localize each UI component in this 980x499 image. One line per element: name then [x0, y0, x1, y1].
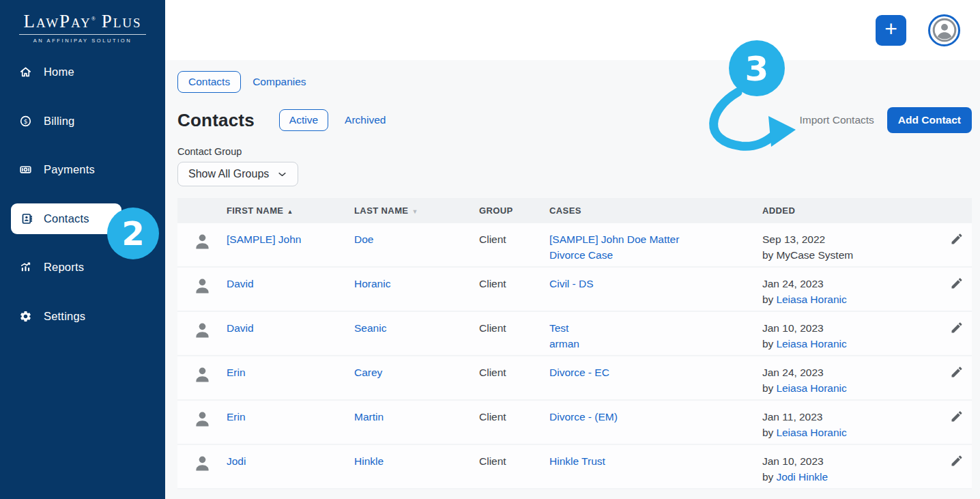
pencil-icon — [950, 410, 964, 423]
sidebar-item-label: Reports — [44, 261, 84, 274]
last-name-link[interactable]: Martin — [354, 409, 384, 425]
first-name-link[interactable]: [SAMPLE] John — [227, 231, 301, 247]
table-row: Erin Martin Client Divorce - (EM) Jan 11… — [177, 401, 972, 445]
case-link[interactable]: arman — [549, 336, 762, 352]
edit-contact-button[interactable] — [950, 321, 964, 337]
registered-mark: ® — [91, 16, 96, 22]
column-first-name[interactable]: FIRST NAME▲ — [227, 205, 354, 216]
last-name-link[interactable]: Seanic — [354, 320, 386, 336]
sort-asc-icon: ▲ — [287, 208, 293, 215]
added-by-link[interactable]: Leiasa Horanic — [776, 294, 846, 305]
added-by: byLeiasa Horanic — [762, 291, 942, 307]
column-label: LAST NAME — [354, 205, 408, 216]
edit-contact-button[interactable] — [950, 232, 964, 248]
case-link[interactable]: Divorce - EC — [549, 365, 762, 380]
added-date: Sep 13, 2022 — [762, 231, 942, 247]
pencil-icon — [950, 276, 964, 290]
added-by-link[interactable]: Leiasa Horanic — [776, 427, 846, 438]
first-name-link[interactable]: David — [227, 320, 254, 336]
table-row: [SAMPLE] John Doe Client [SAMPLE] John D… — [177, 223, 972, 268]
pencil-icon — [950, 321, 964, 334]
table-row: Jodi Hinkle Client Hinkle Trust Jan 10, … — [177, 445, 972, 489]
edit-contact-button[interactable] — [950, 365, 964, 381]
case-link[interactable]: Divorce - (EM) — [549, 409, 762, 425]
edit-contact-button[interactable] — [950, 454, 964, 470]
by-prefix: by — [762, 294, 773, 305]
plus-icon: + — [884, 15, 897, 42]
pencil-icon — [950, 232, 964, 246]
add-contact-button[interactable]: Add Contact — [887, 107, 972, 133]
first-name-link[interactable]: Erin — [227, 365, 246, 380]
reports-icon — [19, 261, 32, 274]
quick-add-button[interactable]: + — [876, 15, 906, 46]
sidebar-item-contacts[interactable]: Contacts — [0, 195, 165, 244]
last-name-link[interactable]: Doe — [354, 231, 373, 247]
case-link[interactable]: [SAMPLE] John Doe Matter — [549, 231, 762, 247]
added-date: Jan 24, 2023 — [762, 365, 942, 380]
group-cell: Client — [479, 231, 549, 247]
edit-contact-button[interactable] — [950, 276, 964, 292]
sidebar-item-reports[interactable]: Reports — [0, 243, 165, 292]
page-title: Contacts — [177, 110, 255, 131]
app-window: LawPay® Plus AN AFFINIPAY SOLUTION Home … — [0, 0, 980, 499]
column-group[interactable]: GROUP — [479, 205, 549, 216]
sidebar-item-settings[interactable]: Settings — [0, 292, 165, 341]
logo-tagline: AN AFFINIPAY SOLUTION — [18, 38, 147, 44]
case-link[interactable]: Hinkle Trust — [549, 453, 762, 469]
column-added[interactable]: ADDED — [762, 205, 942, 216]
added-by-link[interactable]: Leiasa Horanic — [776, 338, 846, 350]
sidebar-item-label: Billing — [44, 115, 74, 128]
added-by: byLeiasa Horanic — [762, 336, 942, 352]
case-link[interactable]: Divorce Case — [549, 247, 762, 263]
table-header: FIRST NAME▲ LAST NAME▼ GROUP CASES ADDED — [177, 198, 972, 223]
billing-icon: $ — [19, 115, 32, 128]
logo-text-plus: Plus — [102, 11, 142, 31]
sidebar-item-payments[interactable]: Payments — [0, 145, 165, 195]
last-name-link[interactable]: Carey — [354, 365, 382, 380]
pencil-icon — [950, 454, 964, 468]
last-name-link[interactable]: Hinkle — [354, 453, 384, 469]
by-prefix: by — [762, 471, 773, 483]
first-name-link[interactable]: Jodi — [227, 453, 246, 469]
added-date: Jan 11, 2023 — [762, 409, 942, 425]
contact-avatar-icon — [191, 453, 214, 476]
import-contacts-link[interactable]: Import Contacts — [799, 114, 874, 126]
column-last-name[interactable]: LAST NAME▼ — [354, 205, 479, 216]
filter-active-button[interactable]: Active — [279, 109, 328, 131]
logo-text-lawpay: LawPay — [23, 11, 91, 31]
added-by-name: MyCase System — [776, 249, 853, 261]
edit-contact-button[interactable] — [950, 410, 964, 425]
group-dropdown[interactable]: Show All Groups — [177, 162, 298, 186]
column-cases[interactable]: CASES — [549, 205, 762, 216]
contacts-icon — [20, 212, 33, 225]
added-by-link[interactable]: Leiasa Horanic — [776, 382, 846, 394]
added-date: Jan 10, 2023 — [762, 320, 942, 336]
last-name-link[interactable]: Horanic — [354, 276, 390, 291]
column-label: FIRST NAME — [227, 205, 283, 216]
table-row: David Horanic Client Civil - DS Jan 24, … — [177, 268, 972, 312]
header-actions: Import Contacts Add Contact — [799, 107, 972, 133]
profile-avatar-button[interactable] — [928, 14, 960, 46]
case-link[interactable]: Civil - DS — [549, 276, 762, 291]
main-area: + Contacts Companies Contacts Active Arc… — [165, 0, 980, 499]
tab-contacts[interactable]: Contacts — [177, 71, 241, 93]
contact-avatar-icon — [191, 231, 214, 254]
lawpay-plus-logo: LawPay® Plus AN AFFINIPAY SOLUTION — [18, 0, 147, 44]
page-header: Contacts Active Archived Import Contacts… — [177, 107, 972, 133]
added-by-link[interactable]: Jodi Hinkle — [776, 471, 828, 483]
pencil-icon — [950, 365, 964, 379]
filter-archived-link[interactable]: Archived — [345, 114, 386, 126]
first-name-link[interactable]: Erin — [227, 409, 246, 425]
sidebar-item-label: Payments — [44, 163, 95, 176]
sidebar-item-home[interactable]: Home — [0, 48, 165, 97]
by-prefix: by — [762, 382, 773, 394]
tab-companies[interactable]: Companies — [253, 76, 306, 88]
group-cell: Client — [479, 409, 549, 425]
added-by: byLeiasa Horanic — [762, 425, 942, 440]
contact-group-filter: Contact Group Show All Groups — [177, 146, 972, 186]
group-cell: Client — [479, 320, 549, 336]
first-name-link[interactable]: David — [227, 276, 254, 291]
sidebar-item-billing[interactable]: $ Billing — [0, 97, 165, 146]
case-link[interactable]: Test — [549, 320, 762, 336]
contact-avatar-icon — [191, 276, 214, 298]
